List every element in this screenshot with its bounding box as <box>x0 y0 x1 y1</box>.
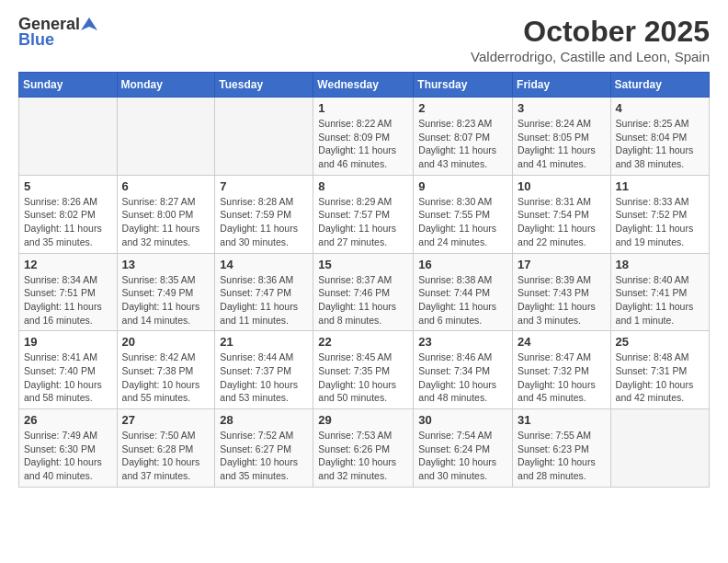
day-number: 3 <box>518 101 606 115</box>
day-number: 5 <box>24 179 112 193</box>
day-info: Sunrise: 8:24 AM Sunset: 8:05 PM Dayligh… <box>518 117 606 171</box>
calendar-cell: 10Sunrise: 8:31 AM Sunset: 7:54 PM Dayli… <box>513 175 611 253</box>
calendar-cell: 20Sunrise: 8:42 AM Sunset: 7:38 PM Dayli… <box>117 331 215 409</box>
day-info: Sunrise: 8:27 AM Sunset: 8:00 PM Dayligh… <box>122 195 210 249</box>
calendar-cell: 2Sunrise: 8:23 AM Sunset: 8:07 PM Daylig… <box>414 98 513 176</box>
day-number: 24 <box>518 335 606 349</box>
calendar-cell: 6Sunrise: 8:27 AM Sunset: 8:00 PM Daylig… <box>117 175 215 253</box>
day-number: 14 <box>220 258 308 271</box>
calendar-cell: 11Sunrise: 8:33 AM Sunset: 7:52 PM Dayli… <box>610 175 709 253</box>
calendar-cell: 12Sunrise: 8:34 AM Sunset: 7:51 PM Dayli… <box>19 253 118 331</box>
calendar-cell: 29Sunrise: 7:53 AM Sunset: 6:26 PM Dayli… <box>313 409 414 488</box>
weekday-header-wednesday: Wednesday <box>313 73 414 98</box>
page-container: General Blue October 2025 Valderrodrigo,… <box>0 0 728 502</box>
calendar-week-5: 26Sunrise: 7:49 AM Sunset: 6:30 PM Dayli… <box>19 409 710 488</box>
day-number: 25 <box>616 335 704 349</box>
day-number: 22 <box>318 335 408 349</box>
day-info: Sunrise: 8:22 AM Sunset: 8:09 PM Dayligh… <box>318 117 408 171</box>
day-info: Sunrise: 8:46 AM Sunset: 7:34 PM Dayligh… <box>418 350 507 405</box>
weekday-header-thursday: Thursday <box>414 73 513 98</box>
calendar-cell: 27Sunrise: 7:50 AM Sunset: 6:28 PM Dayli… <box>117 409 215 488</box>
calendar-week-4: 19Sunrise: 8:41 AM Sunset: 7:40 PM Dayli… <box>19 331 710 409</box>
day-number: 26 <box>24 413 112 427</box>
calendar-cell: 7Sunrise: 8:28 AM Sunset: 7:59 PM Daylig… <box>215 175 313 253</box>
day-info: Sunrise: 8:30 AM Sunset: 7:55 PM Dayligh… <box>418 195 507 249</box>
day-info: Sunrise: 8:33 AM Sunset: 7:52 PM Dayligh… <box>616 195 704 249</box>
header: General Blue October 2025 Valderrodrigo,… <box>18 15 710 64</box>
day-info: Sunrise: 8:34 AM Sunset: 7:51 PM Dayligh… <box>24 273 112 327</box>
calendar-cell <box>117 98 215 176</box>
calendar-cell: 15Sunrise: 8:37 AM Sunset: 7:46 PM Dayli… <box>313 253 414 331</box>
day-info: Sunrise: 8:41 AM Sunset: 7:40 PM Dayligh… <box>24 350 112 405</box>
day-info: Sunrise: 7:55 AM Sunset: 6:23 PM Dayligh… <box>518 429 606 483</box>
calendar-cell: 22Sunrise: 8:45 AM Sunset: 7:35 PM Dayli… <box>313 331 414 409</box>
title-block: October 2025 Valderrodrigo, Castille and… <box>471 15 710 64</box>
day-info: Sunrise: 8:28 AM Sunset: 7:59 PM Dayligh… <box>220 195 308 249</box>
day-number: 6 <box>122 179 210 193</box>
day-number: 8 <box>318 179 408 193</box>
calendar-cell: 3Sunrise: 8:24 AM Sunset: 8:05 PM Daylig… <box>513 98 611 176</box>
day-number: 10 <box>518 179 606 193</box>
calendar-cell <box>610 409 709 488</box>
calendar-cell: 21Sunrise: 8:44 AM Sunset: 7:37 PM Dayli… <box>215 331 313 409</box>
day-number: 15 <box>318 258 408 271</box>
calendar-table: SundayMondayTuesdayWednesdayThursdayFrid… <box>18 72 710 488</box>
day-number: 29 <box>318 413 408 427</box>
day-number: 28 <box>220 413 308 427</box>
calendar-cell: 14Sunrise: 8:36 AM Sunset: 7:47 PM Dayli… <box>215 253 313 331</box>
day-number: 21 <box>220 335 308 349</box>
day-info: Sunrise: 8:35 AM Sunset: 7:49 PM Dayligh… <box>122 273 210 327</box>
day-info: Sunrise: 8:37 AM Sunset: 7:46 PM Dayligh… <box>318 273 408 327</box>
calendar-cell <box>215 98 313 176</box>
calendar-cell: 13Sunrise: 8:35 AM Sunset: 7:49 PM Dayli… <box>117 253 215 331</box>
day-number: 13 <box>122 258 210 271</box>
day-info: Sunrise: 8:38 AM Sunset: 7:44 PM Dayligh… <box>418 273 507 327</box>
day-number: 1 <box>318 101 408 115</box>
weekday-header-sunday: Sunday <box>19 73 118 98</box>
calendar-cell: 4Sunrise: 8:25 AM Sunset: 8:04 PM Daylig… <box>610 98 709 176</box>
calendar-cell: 16Sunrise: 8:38 AM Sunset: 7:44 PM Dayli… <box>414 253 513 331</box>
calendar-cell: 18Sunrise: 8:40 AM Sunset: 7:41 PM Dayli… <box>610 253 709 331</box>
day-number: 11 <box>616 179 704 193</box>
calendar-week-1: 1Sunrise: 8:22 AM Sunset: 8:09 PM Daylig… <box>19 98 710 176</box>
day-number: 16 <box>418 258 507 271</box>
weekday-header-saturday: Saturday <box>610 73 709 98</box>
day-info: Sunrise: 8:25 AM Sunset: 8:04 PM Dayligh… <box>616 117 704 171</box>
day-number: 23 <box>418 335 507 349</box>
calendar-cell: 31Sunrise: 7:55 AM Sunset: 6:23 PM Dayli… <box>513 409 611 488</box>
calendar-cell: 26Sunrise: 7:49 AM Sunset: 6:30 PM Dayli… <box>19 409 118 488</box>
day-info: Sunrise: 8:29 AM Sunset: 7:57 PM Dayligh… <box>318 195 408 249</box>
calendar-cell <box>19 98 118 176</box>
calendar-cell: 23Sunrise: 8:46 AM Sunset: 7:34 PM Dayli… <box>414 331 513 409</box>
day-number: 20 <box>122 335 210 349</box>
day-info: Sunrise: 8:26 AM Sunset: 8:02 PM Dayligh… <box>24 195 112 249</box>
day-info: Sunrise: 8:39 AM Sunset: 7:43 PM Dayligh… <box>518 273 606 327</box>
day-number: 30 <box>418 413 507 427</box>
month-title: October 2025 <box>471 15 710 49</box>
calendar-cell: 1Sunrise: 8:22 AM Sunset: 8:09 PM Daylig… <box>313 98 414 176</box>
weekday-header-tuesday: Tuesday <box>215 73 313 98</box>
logo-icon <box>81 16 97 32</box>
day-number: 18 <box>616 258 704 271</box>
weekday-header-monday: Monday <box>117 73 215 98</box>
day-info: Sunrise: 8:23 AM Sunset: 8:07 PM Dayligh… <box>418 117 507 171</box>
calendar-cell: 24Sunrise: 8:47 AM Sunset: 7:32 PM Dayli… <box>513 331 611 409</box>
calendar-week-3: 12Sunrise: 8:34 AM Sunset: 7:51 PM Dayli… <box>19 253 710 331</box>
calendar-week-2: 5Sunrise: 8:26 AM Sunset: 8:02 PM Daylig… <box>19 175 710 253</box>
day-info: Sunrise: 8:48 AM Sunset: 7:31 PM Dayligh… <box>616 350 704 405</box>
day-number: 17 <box>518 258 606 271</box>
day-number: 19 <box>24 335 112 349</box>
day-info: Sunrise: 7:50 AM Sunset: 6:28 PM Dayligh… <box>122 429 210 483</box>
day-info: Sunrise: 7:52 AM Sunset: 6:27 PM Dayligh… <box>220 429 308 483</box>
day-number: 27 <box>122 413 210 427</box>
day-info: Sunrise: 7:49 AM Sunset: 6:30 PM Dayligh… <box>24 429 112 483</box>
logo: General Blue <box>18 15 97 50</box>
weekday-header-row: SundayMondayTuesdayWednesdayThursdayFrid… <box>19 73 710 98</box>
day-number: 2 <box>418 101 507 115</box>
day-info: Sunrise: 8:40 AM Sunset: 7:41 PM Dayligh… <box>616 273 704 327</box>
day-info: Sunrise: 8:36 AM Sunset: 7:47 PM Dayligh… <box>220 273 308 327</box>
day-number: 4 <box>616 101 704 115</box>
calendar-cell: 17Sunrise: 8:39 AM Sunset: 7:43 PM Dayli… <box>513 253 611 331</box>
day-number: 9 <box>418 179 507 193</box>
calendar-cell: 28Sunrise: 7:52 AM Sunset: 6:27 PM Dayli… <box>215 409 313 488</box>
